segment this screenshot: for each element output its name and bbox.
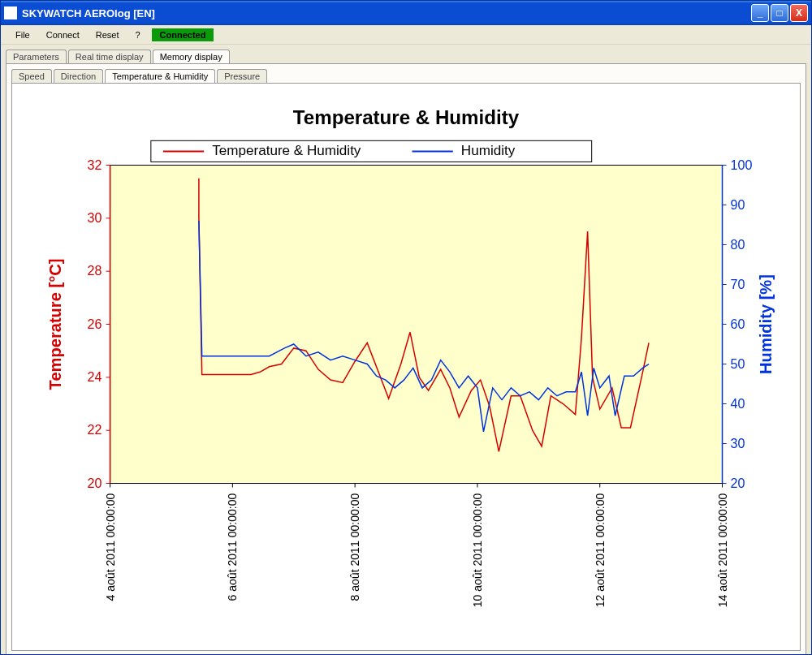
- connection-status: Connected: [152, 28, 214, 41]
- svg-text:Temperature & Humidity: Temperature & Humidity: [212, 143, 361, 158]
- tab-memory[interactable]: Memory display: [153, 50, 230, 63]
- svg-text:10 août 2011 00:00:00: 10 août 2011 00:00:00: [471, 493, 484, 607]
- maximize-button[interactable]: □: [771, 4, 788, 22]
- svg-text:24: 24: [88, 369, 102, 384]
- svg-text:4 août 2011 00:00:00: 4 août 2011 00:00:00: [104, 493, 117, 601]
- svg-text:Temperature [°C]: Temperature [°C]: [46, 259, 64, 390]
- subtab-speed[interactable]: Speed: [11, 69, 52, 83]
- svg-text:70: 70: [731, 277, 745, 291]
- svg-text:28: 28: [88, 263, 102, 278]
- menu-file[interactable]: File: [7, 28, 38, 42]
- subtab-direction[interactable]: Direction: [54, 69, 103, 83]
- close-button[interactable]: X: [790, 4, 808, 22]
- svg-text:60: 60: [731, 317, 745, 331]
- chart: Temperature & Humidity20222426283032Temp…: [20, 92, 792, 639]
- svg-text:Humidity: Humidity: [461, 143, 516, 158]
- app-icon: [4, 6, 17, 19]
- svg-text:22: 22: [88, 422, 102, 437]
- sub-tabs: Speed Direction Temperature & Humidity P…: [6, 64, 806, 83]
- menubar: File Connect Reset ? Connected: [1, 25, 811, 45]
- svg-rect-0: [110, 165, 723, 483]
- svg-text:20: 20: [88, 476, 102, 490]
- subtab-temp-humidity[interactable]: Temperature & Humidity: [105, 69, 215, 83]
- tab-parameters[interactable]: Parameters: [6, 50, 67, 63]
- menu-reset[interactable]: Reset: [88, 28, 127, 42]
- svg-text:32: 32: [88, 157, 102, 172]
- svg-text:30: 30: [731, 436, 745, 450]
- chart-panel: Temperature & Humidity20222426283032Temp…: [11, 83, 801, 651]
- svg-text:30: 30: [88, 210, 102, 225]
- svg-text:90: 90: [731, 197, 745, 212]
- svg-text:100: 100: [731, 157, 753, 172]
- svg-text:50: 50: [731, 356, 745, 371]
- svg-text:Temperature & Humidity: Temperature & Humidity: [293, 106, 520, 128]
- main-panel: Speed Direction Temperature & Humidity P…: [6, 63, 806, 655]
- menu-help[interactable]: ?: [127, 28, 148, 42]
- svg-text:12 août 2011 00:00:00: 12 août 2011 00:00:00: [594, 493, 607, 607]
- menu-connect[interactable]: Connect: [38, 28, 88, 42]
- main-tabs: Parameters Real time display Memory disp…: [1, 45, 811, 63]
- svg-text:26: 26: [88, 317, 102, 331]
- svg-text:8 août 2011 00:00:00: 8 août 2011 00:00:00: [348, 493, 361, 601]
- svg-text:80: 80: [731, 237, 745, 252]
- svg-text:14 août 2011 00:00:00: 14 août 2011 00:00:00: [716, 493, 729, 607]
- subtab-pressure[interactable]: Pressure: [217, 69, 267, 83]
- window-title: SKYWATCH AEROlog [EN]: [22, 7, 751, 19]
- tab-realtime[interactable]: Real time display: [68, 50, 151, 63]
- titlebar: SKYWATCH AEROlog [EN] _ □ X: [1, 1, 811, 25]
- svg-text:Humidity [%]: Humidity [%]: [757, 274, 775, 374]
- svg-text:6 août 2011 00:00:00: 6 août 2011 00:00:00: [226, 493, 239, 601]
- minimize-button[interactable]: _: [751, 4, 769, 22]
- svg-text:40: 40: [731, 396, 745, 411]
- svg-text:20: 20: [731, 476, 745, 490]
